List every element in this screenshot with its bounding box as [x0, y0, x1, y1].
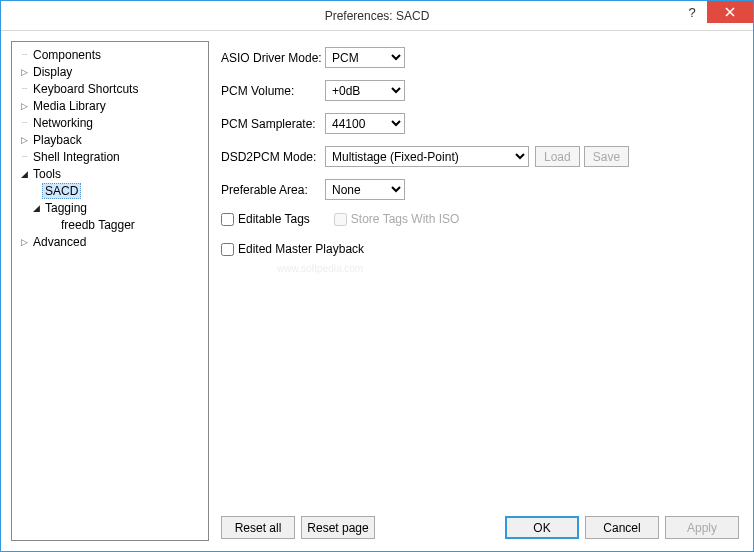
tree-item-playback[interactable]: ▷Playback	[14, 131, 206, 148]
expand-icon[interactable]: ▷	[18, 67, 30, 77]
editable-tags-input[interactable]	[221, 213, 234, 226]
pcmrate-select[interactable]: 44100	[325, 113, 405, 134]
cancel-button[interactable]: Cancel	[585, 516, 659, 539]
editable-tags-label: Editable Tags	[238, 212, 310, 226]
bottom-bar: Reset all Reset page OK Cancel Apply	[217, 510, 743, 541]
editable-tags-checkbox[interactable]: Editable Tags	[221, 212, 310, 226]
watermark: www.softpedia.com	[277, 263, 363, 274]
tree-dots-icon: ····	[18, 84, 30, 93]
row-pcmvol: PCM Volume: +0dB	[221, 80, 743, 101]
close-icon	[725, 7, 735, 17]
tree-dots-icon: ····	[18, 118, 30, 127]
pcmvol-select[interactable]: +0dB	[325, 80, 405, 101]
tree-item-freedb[interactable]: freedb Tagger	[14, 216, 206, 233]
tree-item-shell[interactable]: ····Shell Integration	[14, 148, 206, 165]
window-title: Preferences: SACD	[1, 9, 753, 23]
tree-item-networking[interactable]: ····Networking	[14, 114, 206, 131]
row-area: Preferable Area: None	[221, 179, 743, 200]
area-label: Preferable Area:	[221, 183, 325, 197]
titlebar-buttons: ?	[677, 1, 753, 30]
tree-item-keyboard[interactable]: ····Keyboard Shortcuts	[14, 80, 206, 97]
tree-item-advanced[interactable]: ▷Advanced	[14, 233, 206, 250]
tree-item-sacd[interactable]: SACD	[14, 182, 206, 199]
content: ····Components ▷Display ····Keyboard Sho…	[1, 31, 753, 551]
collapse-icon[interactable]: ◢	[18, 169, 30, 179]
pcmrate-label: PCM Samplerate:	[221, 117, 325, 131]
apply-button[interactable]: Apply	[665, 516, 739, 539]
area-select[interactable]: None	[325, 179, 405, 200]
ok-button[interactable]: OK	[505, 516, 579, 539]
asio-select[interactable]: PCM	[325, 47, 405, 68]
help-button[interactable]: ?	[677, 1, 707, 23]
expand-icon[interactable]: ▷	[18, 101, 30, 111]
tree-panel[interactable]: ····Components ▷Display ····Keyboard Sho…	[11, 41, 209, 541]
close-button[interactable]	[707, 1, 753, 23]
tree-dots-icon: ····	[18, 152, 30, 161]
reset-all-button[interactable]: Reset all	[221, 516, 295, 539]
dsd-select[interactable]: Multistage (Fixed-Point)	[325, 146, 529, 167]
dsd-label: DSD2PCM Mode:	[221, 150, 325, 164]
tree-item-media[interactable]: ▷Media Library	[14, 97, 206, 114]
expand-icon[interactable]: ▷	[18, 135, 30, 145]
edited-master-input[interactable]	[221, 243, 234, 256]
store-iso-label: Store Tags With ISO	[351, 212, 460, 226]
pcmvol-label: PCM Volume:	[221, 84, 325, 98]
edited-master-label: Edited Master Playback	[238, 242, 364, 256]
reset-page-button[interactable]: Reset page	[301, 516, 375, 539]
tree-item-display[interactable]: ▷Display	[14, 63, 206, 80]
titlebar: Preferences: SACD ?	[1, 1, 753, 31]
collapse-icon[interactable]: ◢	[30, 203, 42, 213]
row-asio: ASIO Driver Mode: PCM	[221, 47, 743, 68]
tree-item-tools[interactable]: ◢Tools	[14, 165, 206, 182]
row-pcmrate: PCM Samplerate: 44100	[221, 113, 743, 134]
tree-item-tagging[interactable]: ◢Tagging	[14, 199, 206, 216]
tree-dots-icon: ····	[18, 50, 30, 59]
save-button[interactable]: Save	[584, 146, 629, 167]
store-iso-input	[334, 213, 347, 226]
main-panel: ASIO Driver Mode: PCM PCM Volume: +0dB P…	[217, 41, 743, 541]
tree-item-components[interactable]: ····Components	[14, 46, 206, 63]
row-dsd: DSD2PCM Mode: Multistage (Fixed-Point) L…	[221, 146, 743, 167]
form-area: ASIO Driver Mode: PCM PCM Volume: +0dB P…	[217, 41, 743, 510]
asio-label: ASIO Driver Mode:	[221, 51, 325, 65]
load-button[interactable]: Load	[535, 146, 580, 167]
expand-icon[interactable]: ▷	[18, 237, 30, 247]
store-iso-checkbox: Store Tags With ISO	[334, 212, 460, 226]
edited-master-checkbox[interactable]: Edited Master Playback	[221, 242, 743, 256]
